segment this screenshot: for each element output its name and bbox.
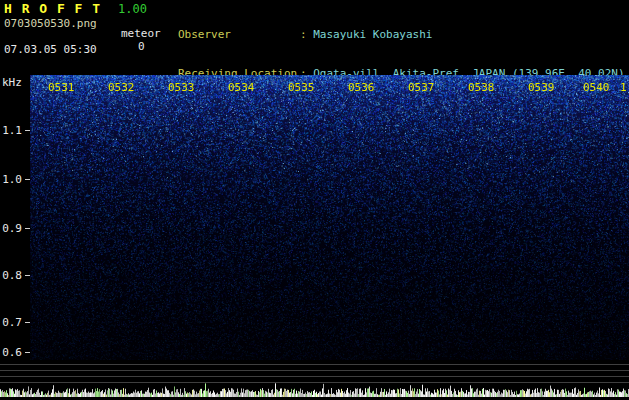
time-tick-0539: 0539: [528, 81, 555, 94]
info-value: Masayuki Kobayashi: [313, 28, 432, 41]
signal-level-strip-canvas: [0, 360, 629, 400]
freq-tick-mark: [25, 228, 30, 229]
freq-tick-1-1: 1.1: [0, 124, 22, 137]
info-row-observer: Observer: Masayuki Kobayashi: [178, 28, 625, 41]
freq-tick-0-8: 0.8: [0, 269, 22, 282]
time-tick-0538: 0538: [468, 81, 495, 94]
meteor-count-value: 0: [138, 40, 145, 53]
freq-tick-mark: [25, 179, 30, 180]
freq-tick-1-0: 1.0: [0, 173, 22, 186]
meteor-count-label: meteor: [121, 27, 161, 40]
freq-tick-0-6: 0.6: [0, 346, 22, 359]
time-tick-0536: 0536: [348, 81, 375, 94]
freq-tick-mark: [25, 352, 30, 353]
hrofft-screenshot: H R O F F T 1.00 0703050530.png meteor 0…: [0, 0, 629, 400]
time-tick-0533: 0533: [168, 81, 195, 94]
app-version: 1.00: [118, 2, 147, 16]
filename: 0703050530.png: [4, 17, 97, 30]
freq-tick-0-9: 0.9: [0, 222, 22, 235]
observation-datetime: 07.03.05 05:30: [4, 43, 97, 56]
freq-tick-mark: [25, 322, 30, 323]
freq-tick-mark: [25, 130, 30, 131]
freq-tick-0-7: 0.7: [0, 316, 22, 329]
freq-axis-unit: kHz: [2, 76, 22, 89]
time-tick-0534: 0534: [228, 81, 255, 94]
time-tick-0531: 0531: [48, 81, 75, 94]
time-tick-0540: 0540: [583, 81, 610, 94]
info-label: Observer: [178, 28, 300, 41]
app-title: H R O F F T: [4, 1, 101, 16]
time-tick-0532: 0532: [108, 81, 135, 94]
spectrogram-canvas: [30, 75, 629, 360]
time-tick-0535: 0535: [288, 81, 315, 94]
freq-tick-mark: [25, 275, 30, 276]
spectrogram-panel: kHz 0531 0532 0533 0534 0535 0536 0537 0…: [0, 75, 629, 400]
time-tick-0537: 0537: [408, 81, 435, 94]
time-tick-partial: 1: [620, 81, 627, 94]
info-separator: :: [300, 28, 307, 41]
